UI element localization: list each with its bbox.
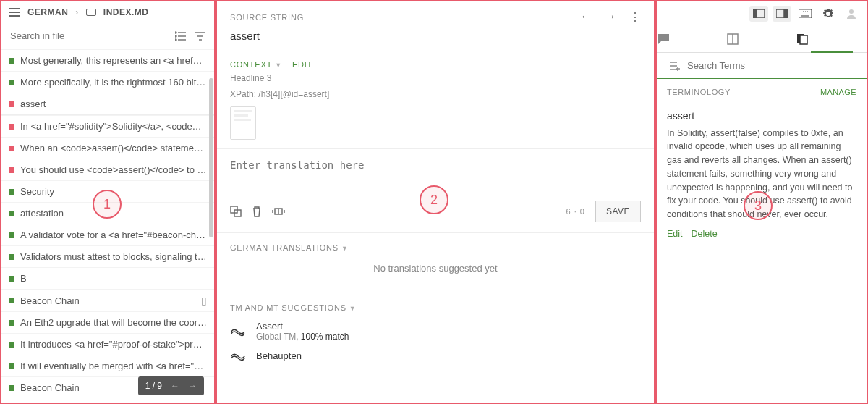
status-dot bbox=[9, 167, 14, 173]
term-delete-link[interactable]: Delete bbox=[692, 227, 718, 241]
list-item[interactable]: Most generally, this represents an <a hr… bbox=[1, 49, 214, 71]
list-icon[interactable] bbox=[175, 31, 187, 41]
list-item[interactable]: More specifically, it is the rightmost 1… bbox=[1, 71, 214, 93]
pager-text: 1 / 9 bbox=[145, 381, 162, 391]
svg-rect-15 bbox=[784, 9, 788, 18]
list-item-text: When an <code>assert()</code> statement … bbox=[20, 143, 207, 153]
list-item[interactable]: An Eth2 upgrade that will become the coo… bbox=[1, 311, 214, 333]
suggestion-sub: Global TM, 100% match bbox=[256, 332, 349, 342]
suggestion-item[interactable]: Assert Global TM, 100% match bbox=[217, 316, 654, 346]
status-dot bbox=[9, 254, 14, 260]
list-item[interactable]: It will eventually be merged with <a hre… bbox=[1, 355, 214, 376]
tab-comments[interactable] bbox=[657, 26, 727, 52]
context-line: Headline 3 bbox=[230, 72, 641, 85]
pager-prev-icon[interactable]: ← bbox=[171, 381, 179, 391]
search-input[interactable] bbox=[7, 26, 175, 46]
book-icon: ▯ bbox=[201, 295, 207, 306]
tab-glossary[interactable] bbox=[727, 26, 797, 52]
status-dot bbox=[9, 211, 14, 216]
pager-next-icon[interactable]: → bbox=[188, 381, 197, 391]
term-word: assert bbox=[667, 109, 856, 124]
prev-string-icon[interactable]: ← bbox=[580, 10, 592, 24]
tm-logo-icon bbox=[230, 327, 246, 337]
term-search-input[interactable] bbox=[687, 60, 856, 71]
status-dot bbox=[9, 385, 14, 391]
svg-rect-13 bbox=[753, 9, 757, 18]
suggestion-title: Behaupten bbox=[256, 350, 302, 361]
callout-2: 2 bbox=[420, 185, 448, 214]
list-item-text: Beacon Chain bbox=[20, 295, 80, 306]
copy-source-icon[interactable] bbox=[230, 206, 242, 217]
next-string-icon[interactable]: → bbox=[605, 10, 616, 24]
status-dot bbox=[9, 58, 14, 64]
list-item-text: It will eventually be merged with <a hre… bbox=[20, 361, 207, 371]
add-term-icon[interactable] bbox=[667, 61, 680, 71]
list-item-text: In <a href="#solidity">Solidity</a>, <co… bbox=[20, 121, 207, 132]
svg-rect-16 bbox=[799, 9, 812, 18]
list-item[interactable]: When an <code>assert()</code> statement … bbox=[1, 137, 214, 159]
more-icon[interactable]: ⋮ bbox=[629, 10, 641, 24]
list-item-text: assert bbox=[20, 98, 46, 109]
list-item[interactable]: Beacon Chain▯ bbox=[1, 289, 214, 311]
manage-link[interactable]: MANAGE bbox=[820, 86, 856, 98]
user-icon[interactable] bbox=[842, 6, 861, 22]
context-edit-link[interactable]: EDIT bbox=[292, 60, 312, 69]
menu-icon[interactable] bbox=[9, 8, 20, 17]
status-dot bbox=[9, 124, 14, 130]
text-mode-icon[interactable] bbox=[272, 206, 285, 216]
tm-label[interactable]: TM AND MT SUGGESTIONS▼ bbox=[230, 303, 357, 312]
file-icon bbox=[86, 9, 96, 16]
list-item-text: Security bbox=[20, 186, 54, 197]
gear-icon[interactable] bbox=[819, 6, 838, 22]
list-item[interactable]: A validator vote for a <a href="#beacon-… bbox=[1, 224, 214, 245]
tab-terminology[interactable] bbox=[796, 26, 867, 52]
layout-left-icon[interactable] bbox=[749, 6, 768, 22]
breadcrumb-file[interactable]: INDEX.MD bbox=[103, 7, 149, 17]
filter-icon[interactable] bbox=[195, 31, 205, 41]
list-item-text: Beacon Chain bbox=[20, 382, 80, 393]
keyboard-icon[interactable] bbox=[796, 6, 814, 22]
status-dot bbox=[9, 276, 14, 282]
breadcrumb-lang[interactable]: GERMAN bbox=[27, 7, 68, 17]
list-item-text: More specifically, it is the rightmost 1… bbox=[20, 77, 207, 88]
suggestion-title: Assert bbox=[256, 321, 349, 332]
status-dot bbox=[9, 189, 14, 195]
screenshot-thumb[interactable] bbox=[230, 106, 256, 140]
list-item-text: It introduces <a href="#proof-of-stake">… bbox=[20, 339, 207, 350]
list-item[interactable]: It introduces <a href="#proof-of-stake">… bbox=[1, 333, 214, 355]
scrollbar-thumb[interactable] bbox=[209, 78, 213, 237]
list-item-text: Most generally, this represents an <a hr… bbox=[20, 55, 207, 66]
status-dot bbox=[9, 232, 14, 238]
source-string-label: SOURCE STRING bbox=[230, 13, 304, 22]
status-dot bbox=[9, 320, 14, 326]
suggestion-item[interactable]: Behaupten bbox=[217, 346, 654, 366]
save-button[interactable]: SAVE bbox=[595, 201, 641, 222]
layout-right-icon[interactable] bbox=[773, 6, 791, 22]
german-trans-label[interactable]: GERMAN TRANSLATIONS▼ bbox=[230, 243, 349, 252]
clear-icon[interactable] bbox=[252, 206, 262, 217]
status-dot bbox=[9, 80, 14, 85]
terminology-label: TERMINOLOGY bbox=[667, 86, 731, 98]
list-item-text: A validator vote for a <a href="#beacon-… bbox=[20, 230, 207, 240]
pager: 1 / 9 ← → bbox=[138, 376, 204, 395]
term-edit-link[interactable]: Edit bbox=[667, 227, 683, 241]
list-item[interactable]: In <a href="#solidity">Solidity</a>, <co… bbox=[1, 115, 214, 137]
list-item[interactable]: B bbox=[1, 267, 214, 289]
list-item[interactable]: assert bbox=[1, 93, 214, 115]
list-item[interactable]: You should use <code>assert()</code> to … bbox=[1, 159, 214, 180]
callout-1: 1 bbox=[93, 190, 122, 219]
string-list: Most generally, this represents an <a hr… bbox=[1, 49, 214, 403]
svg-rect-26 bbox=[800, 35, 807, 44]
list-item[interactable]: Validators must attest to blocks, signal… bbox=[1, 245, 214, 267]
context-line: XPath: /h3[4][@id=assert] bbox=[230, 88, 641, 101]
list-item-text: You should use <code>assert()</code> to … bbox=[20, 164, 207, 175]
status-dot bbox=[9, 363, 14, 369]
svg-point-22 bbox=[849, 9, 854, 14]
status-dot bbox=[9, 342, 14, 348]
svg-point-4 bbox=[175, 35, 176, 37]
context-label[interactable]: CONTEXT▼ bbox=[230, 60, 282, 69]
list-item-text: B bbox=[20, 273, 27, 284]
tm-logo-icon bbox=[230, 351, 246, 361]
german-trans-empty: No translations suggested yet bbox=[230, 253, 641, 284]
svg-point-3 bbox=[175, 32, 176, 33]
